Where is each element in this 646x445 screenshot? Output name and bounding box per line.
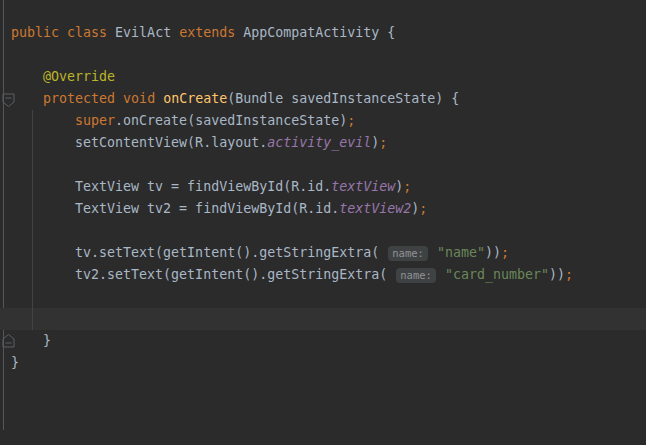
code-token: class [67, 25, 107, 40]
code-token: textView [331, 179, 395, 194]
code-token [437, 267, 445, 282]
code-token: @Override [43, 69, 115, 84]
code-token: ; [419, 201, 427, 216]
code-token: textView2 [339, 201, 411, 216]
code-token [11, 91, 43, 106]
code-line-13[interactable] [0, 286, 646, 308]
code-line-1[interactable]: public class EvilAct extends AppCompatAc… [0, 22, 646, 44]
parameter-hint: name: [388, 246, 428, 261]
code-line-14[interactable] [0, 308, 646, 330]
code-token: protected [43, 91, 115, 106]
code-line-6[interactable]: setContentView(R.layout.activity_evil); [0, 132, 646, 154]
code-line-10[interactable] [0, 220, 646, 242]
code-token: onCreate [163, 91, 227, 106]
code-token: EvilAct [107, 25, 179, 40]
code-token [155, 91, 163, 106]
code-area[interactable]: public class EvilAct extends AppCompatAc… [0, 22, 646, 374]
code-line-5[interactable]: super.onCreate(savedInstanceState); [0, 110, 646, 132]
code-line-3[interactable]: @Override [0, 66, 646, 88]
code-line-9[interactable]: TextView tv2 = findViewById(R.id.textVie… [0, 198, 646, 220]
code-token: activity_evil [267, 135, 371, 150]
code-token: .onCreate(savedInstanceState) [115, 113, 347, 128]
code-token: void [123, 91, 155, 106]
code-token: )) [485, 245, 501, 260]
code-token: TextView tv2 = findViewById(R.id. [11, 201, 339, 216]
code-token: public [11, 25, 59, 40]
code-line-7[interactable] [0, 154, 646, 176]
code-token [11, 69, 43, 84]
code-token: extends [179, 25, 235, 40]
code-line-12[interactable]: tv2.setText(getIntent().getStringExtra( … [0, 264, 646, 286]
code-token: setContentView(R.layout. [11, 135, 267, 150]
code-token: AppCompatActivity { [235, 25, 395, 40]
code-token: )) [549, 267, 565, 282]
code-token: ; [403, 179, 411, 194]
fold-collapse-icon[interactable] [2, 93, 15, 107]
code-token [11, 113, 75, 128]
code-token [59, 25, 67, 40]
code-line-2[interactable] [0, 44, 646, 66]
code-token: "card_number" [445, 267, 549, 282]
code-line-11[interactable]: tv.setText(getIntent().getStringExtra( n… [0, 242, 646, 264]
code-token: ; [347, 113, 355, 128]
code-token: ; [565, 267, 573, 282]
code-token: super [75, 113, 115, 128]
code-token: tv.setText(getIntent().getStringExtra( [11, 245, 387, 260]
code-line-16[interactable]: } [0, 352, 646, 374]
code-token [115, 91, 123, 106]
code-token: TextView tv = findViewById(R.id. [11, 179, 331, 194]
code-token [429, 245, 437, 260]
code-line-8[interactable]: TextView tv = findViewById(R.id.textView… [0, 176, 646, 198]
code-line-4[interactable]: protected void onCreate(Bundle savedInst… [0, 88, 646, 110]
code-token: ; [501, 245, 509, 260]
code-token: } [11, 355, 19, 370]
code-token: tv2.setText(getIntent().getStringExtra( [11, 267, 395, 282]
parameter-hint: name: [396, 268, 436, 283]
fold-collapse-end-icon[interactable] [2, 334, 15, 348]
code-token: "name" [437, 245, 485, 260]
code-token: ; [379, 135, 387, 150]
code-token: (Bundle savedInstanceState) { [227, 91, 459, 106]
editor-window: public class EvilAct extends AppCompatAc… [0, 0, 646, 445]
code-line-15[interactable]: } [0, 330, 646, 352]
code-token: } [11, 333, 51, 348]
